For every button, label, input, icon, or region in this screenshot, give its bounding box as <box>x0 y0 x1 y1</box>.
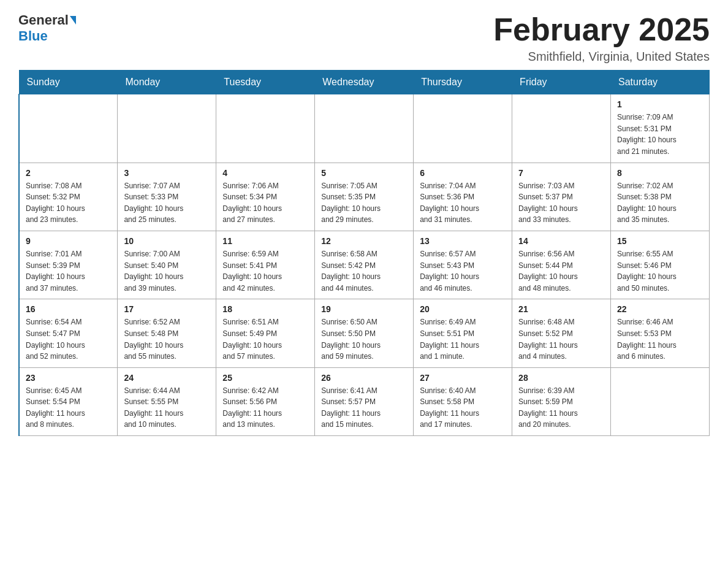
day-info: Sunrise: 6:55 AM Sunset: 5:46 PM Dayligh… <box>617 248 703 294</box>
day-info: Sunrise: 7:04 AM Sunset: 5:36 PM Dayligh… <box>420 180 506 226</box>
day-number: 18 <box>222 304 308 314</box>
calendar-cell: 20Sunrise: 6:49 AM Sunset: 5:51 PM Dayli… <box>414 299 512 367</box>
calendar-cell: 17Sunrise: 6:52 AM Sunset: 5:48 PM Dayli… <box>118 299 216 367</box>
calendar-cell: 8Sunrise: 7:02 AM Sunset: 5:38 PM Daylig… <box>611 163 710 231</box>
day-number: 19 <box>321 304 407 314</box>
calendar-row: 9Sunrise: 7:01 AM Sunset: 5:39 PM Daylig… <box>19 231 710 299</box>
day-info: Sunrise: 7:05 AM Sunset: 5:35 PM Dayligh… <box>321 180 407 226</box>
day-info: Sunrise: 6:44 AM Sunset: 5:55 PM Dayligh… <box>124 385 210 431</box>
day-number: 25 <box>222 373 308 383</box>
day-info: Sunrise: 7:02 AM Sunset: 5:38 PM Dayligh… <box>617 180 703 226</box>
day-info: Sunrise: 7:07 AM Sunset: 5:33 PM Dayligh… <box>124 180 210 226</box>
calendar-cell: 3Sunrise: 7:07 AM Sunset: 5:33 PM Daylig… <box>118 163 216 231</box>
day-info: Sunrise: 7:09 AM Sunset: 5:31 PM Dayligh… <box>617 112 703 157</box>
calendar-cell: 14Sunrise: 6:56 AM Sunset: 5:44 PM Dayli… <box>512 231 611 299</box>
header-row: SundayMondayTuesdayWednesdayThursdayFrid… <box>19 71 710 94</box>
calendar-cell: 11Sunrise: 6:59 AM Sunset: 5:41 PM Dayli… <box>216 231 315 299</box>
day-number: 7 <box>518 168 604 178</box>
day-info: Sunrise: 6:41 AM Sunset: 5:57 PM Dayligh… <box>321 385 407 431</box>
calendar-row: 2Sunrise: 7:08 AM Sunset: 5:32 PM Daylig… <box>19 163 710 231</box>
day-info: Sunrise: 6:51 AM Sunset: 5:49 PM Dayligh… <box>222 316 308 362</box>
calendar-cell <box>414 94 512 163</box>
day-info: Sunrise: 6:40 AM Sunset: 5:58 PM Dayligh… <box>420 385 506 431</box>
calendar-cell: 26Sunrise: 6:41 AM Sunset: 5:57 PM Dayli… <box>315 367 414 435</box>
calendar-cell: 16Sunrise: 6:54 AM Sunset: 5:47 PM Dayli… <box>19 299 118 367</box>
day-number: 14 <box>518 236 604 246</box>
day-of-week-header: Friday <box>512 71 611 94</box>
calendar-cell <box>118 94 216 163</box>
day-of-week-header: Wednesday <box>315 71 414 94</box>
day-number: 21 <box>518 304 604 314</box>
calendar-cell <box>315 94 414 163</box>
day-number: 27 <box>420 373 506 383</box>
day-number: 10 <box>124 236 210 246</box>
calendar-cell: 7Sunrise: 7:03 AM Sunset: 5:37 PM Daylig… <box>512 163 611 231</box>
calendar-cell: 2Sunrise: 7:08 AM Sunset: 5:32 PM Daylig… <box>19 163 118 231</box>
day-of-week-header: Tuesday <box>216 71 315 94</box>
calendar-cell: 1Sunrise: 7:09 AM Sunset: 5:31 PM Daylig… <box>611 94 710 163</box>
day-of-week-header: Thursday <box>414 71 512 94</box>
calendar-row: 1Sunrise: 7:09 AM Sunset: 5:31 PM Daylig… <box>19 94 710 163</box>
day-number: 2 <box>26 168 111 178</box>
month-title: February 2025 <box>493 12 710 47</box>
day-info: Sunrise: 7:03 AM Sunset: 5:37 PM Dayligh… <box>518 180 604 226</box>
day-info: Sunrise: 6:54 AM Sunset: 5:47 PM Dayligh… <box>26 316 111 362</box>
calendar-cell: 9Sunrise: 7:01 AM Sunset: 5:39 PM Daylig… <box>19 231 118 299</box>
logo-arrow-icon <box>70 16 76 25</box>
day-number: 15 <box>617 236 703 246</box>
day-of-week-header: Monday <box>118 71 216 94</box>
calendar-cell: 25Sunrise: 6:42 AM Sunset: 5:56 PM Dayli… <box>216 367 315 435</box>
day-number: 16 <box>26 304 111 314</box>
day-info: Sunrise: 6:42 AM Sunset: 5:56 PM Dayligh… <box>222 385 308 431</box>
calendar-cell: 27Sunrise: 6:40 AM Sunset: 5:58 PM Dayli… <box>414 367 512 435</box>
calendar-row: 16Sunrise: 6:54 AM Sunset: 5:47 PM Dayli… <box>19 299 710 367</box>
calendar-cell: 10Sunrise: 7:00 AM Sunset: 5:40 PM Dayli… <box>118 231 216 299</box>
day-number: 6 <box>420 168 506 178</box>
calendar-header: SundayMondayTuesdayWednesdayThursdayFrid… <box>19 71 710 94</box>
day-number: 8 <box>617 168 703 178</box>
logo-general-text: General <box>18 12 69 28</box>
logo: General Blue <box>18 12 77 44</box>
calendar-cell <box>19 94 118 163</box>
day-number: 26 <box>321 373 407 383</box>
calendar-table: SundayMondayTuesdayWednesdayThursdayFrid… <box>18 70 710 436</box>
day-info: Sunrise: 7:08 AM Sunset: 5:32 PM Dayligh… <box>26 180 111 226</box>
day-number: 22 <box>617 304 703 314</box>
day-info: Sunrise: 6:48 AM Sunset: 5:52 PM Dayligh… <box>518 316 604 362</box>
day-of-week-header: Sunday <box>19 71 118 94</box>
day-info: Sunrise: 7:06 AM Sunset: 5:34 PM Dayligh… <box>222 180 308 226</box>
day-number: 3 <box>124 168 210 178</box>
day-info: Sunrise: 6:52 AM Sunset: 5:48 PM Dayligh… <box>124 316 210 362</box>
calendar-cell: 24Sunrise: 6:44 AM Sunset: 5:55 PM Dayli… <box>118 367 216 435</box>
calendar-cell <box>216 94 315 163</box>
day-info: Sunrise: 6:46 AM Sunset: 5:53 PM Dayligh… <box>617 316 703 362</box>
day-info: Sunrise: 6:50 AM Sunset: 5:50 PM Dayligh… <box>321 316 407 362</box>
day-number: 20 <box>420 304 506 314</box>
calendar-cell: 28Sunrise: 6:39 AM Sunset: 5:59 PM Dayli… <box>512 367 611 435</box>
day-info: Sunrise: 6:49 AM Sunset: 5:51 PM Dayligh… <box>420 316 506 362</box>
calendar-cell: 22Sunrise: 6:46 AM Sunset: 5:53 PM Dayli… <box>611 299 710 367</box>
day-number: 24 <box>124 373 210 383</box>
calendar-cell: 21Sunrise: 6:48 AM Sunset: 5:52 PM Dayli… <box>512 299 611 367</box>
calendar-cell: 23Sunrise: 6:45 AM Sunset: 5:54 PM Dayli… <box>19 367 118 435</box>
day-info: Sunrise: 7:00 AM Sunset: 5:40 PM Dayligh… <box>124 248 210 294</box>
location-text: Smithfield, Virginia, United States <box>493 50 710 64</box>
calendar-cell: 13Sunrise: 6:57 AM Sunset: 5:43 PM Dayli… <box>414 231 512 299</box>
calendar-cell: 6Sunrise: 7:04 AM Sunset: 5:36 PM Daylig… <box>414 163 512 231</box>
calendar-row: 23Sunrise: 6:45 AM Sunset: 5:54 PM Dayli… <box>19 367 710 435</box>
day-info: Sunrise: 6:58 AM Sunset: 5:42 PM Dayligh… <box>321 248 407 294</box>
page-header: General Blue February 2025 Smithfield, V… <box>18 12 710 64</box>
day-number: 17 <box>124 304 210 314</box>
calendar-cell: 4Sunrise: 7:06 AM Sunset: 5:34 PM Daylig… <box>216 163 315 231</box>
day-number: 23 <box>26 373 111 383</box>
day-number: 5 <box>321 168 407 178</box>
calendar-cell: 15Sunrise: 6:55 AM Sunset: 5:46 PM Dayli… <box>611 231 710 299</box>
title-block: February 2025 Smithfield, Virginia, Unit… <box>493 12 710 64</box>
day-of-week-header: Saturday <box>611 71 710 94</box>
day-info: Sunrise: 6:45 AM Sunset: 5:54 PM Dayligh… <box>26 385 111 431</box>
day-number: 1 <box>617 99 703 109</box>
calendar-cell: 12Sunrise: 6:58 AM Sunset: 5:42 PM Dayli… <box>315 231 414 299</box>
day-info: Sunrise: 6:59 AM Sunset: 5:41 PM Dayligh… <box>222 248 308 294</box>
day-info: Sunrise: 7:01 AM Sunset: 5:39 PM Dayligh… <box>26 248 111 294</box>
day-info: Sunrise: 6:56 AM Sunset: 5:44 PM Dayligh… <box>518 248 604 294</box>
